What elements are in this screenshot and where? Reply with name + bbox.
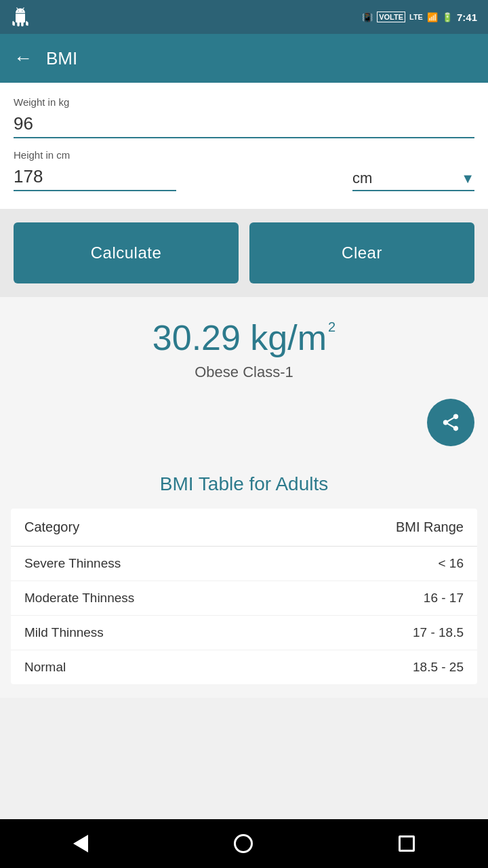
table-header-row: Category BMI Range — [11, 509, 477, 547]
result-section: 30.29 kg/m 2 Obese Class-1 — [0, 297, 488, 460]
bmi-table: Category BMI Range Severe Thinness < 16 … — [11, 509, 477, 684]
calculate-button[interactable]: Calculate — [14, 222, 239, 283]
nav-home-button[interactable] — [214, 827, 273, 860]
table-section: BMI Table for Adults Category BMI Range … — [0, 460, 488, 698]
height-input-wrapper — [14, 163, 339, 191]
table-row: Moderate Thinness 16 - 17 — [11, 581, 477, 616]
vibrate-icon: 📳 — [362, 12, 373, 22]
table-row: Mild Thinness 17 - 18.5 — [11, 616, 477, 650]
signal1-icon: 📶 — [427, 12, 438, 22]
android-icon — [11, 7, 30, 26]
bmi-number: 30.29 kg/m — [152, 317, 327, 358]
row-range-3: 17 - 18.5 — [413, 625, 464, 640]
button-row: Calculate Clear — [0, 209, 488, 297]
weight-input[interactable] — [14, 111, 474, 138]
bmi-category: Obese Class-1 — [195, 363, 293, 381]
lte-icon: LTE — [409, 13, 423, 21]
height-input[interactable] — [14, 163, 176, 191]
recents-nav-icon — [399, 835, 415, 852]
share-button[interactable] — [427, 399, 474, 446]
bmi-superscript: 2 — [328, 320, 336, 334]
clear-button[interactable]: Clear — [249, 222, 474, 283]
table-row: Normal 18.5 - 25 — [11, 650, 477, 684]
nav-bar — [0, 819, 488, 868]
height-field-group: Height in cm cm ▼ — [14, 149, 474, 191]
table-title: BMI Table for Adults — [0, 460, 488, 509]
status-bar-left — [11, 7, 30, 26]
row-category-3: Mild Thinness — [24, 625, 413, 640]
battery-icon: 🔋 — [442, 12, 453, 22]
unit-dropdown[interactable]: cm ▼ — [352, 170, 474, 191]
weight-label: Weight in kg — [14, 96, 474, 108]
header-category: Category — [24, 519, 396, 535]
row-category-2: Moderate Thinness — [24, 591, 424, 606]
height-row: cm ▼ — [14, 163, 474, 191]
row-range-4: 18.5 - 25 — [413, 660, 464, 675]
weight-field-group: Weight in kg — [14, 96, 474, 138]
chevron-down-icon: ▼ — [461, 171, 474, 186]
bmi-value: 30.29 kg/m 2 — [152, 317, 336, 358]
share-icon — [441, 412, 461, 433]
app-title: BMI — [46, 48, 77, 69]
home-nav-icon — [234, 834, 253, 853]
row-category-1: Severe Thinness — [24, 556, 438, 571]
app-bar: ← BMI — [0, 34, 488, 83]
status-bar-right: 📳 VOLTE LTE 📶 🔋 7:41 — [362, 12, 477, 23]
unit-label: cm — [352, 170, 372, 187]
back-nav-icon — [73, 835, 88, 852]
volte-icon: VOLTE — [377, 12, 405, 22]
back-button[interactable]: ← — [14, 47, 33, 69]
row-category-4: Normal — [24, 660, 413, 675]
status-bar: 📳 VOLTE LTE 📶 🔋 7:41 — [0, 0, 488, 34]
input-section: Weight in kg Height in cm cm ▼ — [0, 83, 488, 209]
row-range-1: < 16 — [438, 556, 464, 571]
status-time: 7:41 — [457, 12, 477, 23]
nav-back-button[interactable] — [53, 828, 108, 859]
table-row: Severe Thinness < 16 — [11, 547, 477, 581]
height-label: Height in cm — [14, 149, 474, 161]
nav-recents-button[interactable] — [378, 829, 435, 859]
header-range: BMI Range — [396, 519, 464, 535]
row-range-2: 16 - 17 — [424, 591, 464, 606]
